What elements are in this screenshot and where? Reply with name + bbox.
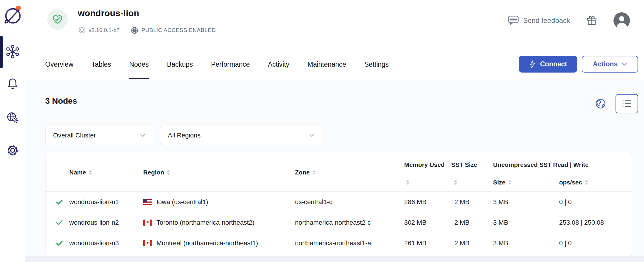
node-table-row: wondrous-lion-n3 Montreal (northamerica-…	[45, 233, 632, 253]
node-zone: northamerica-northeast2-c	[295, 219, 371, 226]
tab-tables[interactable]: Tables	[92, 61, 111, 70]
tab-maintenance[interactable]: Maintenance	[308, 61, 346, 70]
connect-label: Connect	[540, 60, 567, 68]
region-filter-value: All Regions	[168, 132, 200, 139]
nodes-count-title: 3 Nodes	[45, 96, 77, 106]
sort-arrows-icon	[89, 170, 92, 175]
sort-memory-used[interactable]	[406, 175, 409, 189]
list-icon	[622, 99, 632, 108]
sidebar-item-alerts[interactable]	[0, 77, 25, 90]
node-uncompressed-size: 3 MB	[493, 219, 508, 226]
node-memory-used: 261 MB	[404, 239, 426, 247]
node-name: wondrous-lion-n3	[69, 239, 119, 247]
column-group-uncompressed-sst: Uncompressed SST Read | Write	[493, 158, 589, 172]
chevron-down-icon	[622, 63, 627, 66]
cluster-version-label: v2.16.0.1-b7	[89, 27, 120, 33]
tab-backups[interactable]: Backups	[167, 61, 193, 70]
public-access-status: PUBLIC ACCESS ENABLED	[131, 27, 216, 34]
node-read-write-ops: 0 | 0	[559, 239, 571, 247]
healthy-check-icon	[56, 241, 63, 246]
page-header: wondrous-lion v2.16.0.1-b7 PUBLIC ACCESS…	[25, 0, 644, 80]
sort-arrows-icon	[406, 180, 409, 185]
column-header-sst-size[interactable]: SST Size	[451, 158, 477, 172]
cluster-filter-value: Overall Cluster	[53, 132, 96, 139]
cluster-meta: v2.16.0.1-b7 PUBLIC ACCESS ENABLED	[78, 26, 216, 34]
sort-sst-size[interactable]	[454, 175, 457, 189]
clusters-icon	[6, 45, 20, 59]
node-zone: us-central1-c	[295, 198, 332, 206]
ca-flag-icon	[143, 219, 152, 226]
actions-label: Actions	[593, 60, 618, 68]
region-filter-select[interactable]: All Regions	[160, 126, 322, 145]
node-name: wondrous-lion-n1	[69, 198, 119, 206]
tab-settings[interactable]: Settings	[364, 61, 389, 70]
sidebar-item-settings[interactable]	[0, 144, 25, 157]
column-header-ops-sec[interactable]: ops/sec	[559, 175, 588, 189]
nodes-table: Name Region Zone Memory Used SST Size Un…	[45, 153, 632, 256]
connect-button[interactable]: Connect	[519, 56, 577, 73]
node-name: wondrous-lion-n2	[69, 219, 119, 226]
globe-gear-icon	[6, 111, 19, 124]
app-logo[interactable]	[3, 3, 23, 28]
cluster-filter-select[interactable]: Overall Cluster	[45, 126, 153, 145]
column-header-zone[interactable]: Zone	[295, 153, 316, 192]
column-header-name[interactable]: Name	[69, 153, 92, 192]
gear-icon	[6, 144, 19, 157]
cluster-name: wondrous-lion	[78, 8, 139, 18]
node-memory-used: 302 MB	[404, 219, 426, 226]
node-memory-used: 286 MB	[404, 198, 426, 206]
column-header-memory-used[interactable]: Memory Used	[404, 158, 445, 172]
layers-icon	[78, 26, 85, 34]
nodes-table-body: wondrous-lion-n1 Iowa (us-central1) us-c…	[45, 192, 632, 253]
column-header-region[interactable]: Region	[143, 153, 170, 192]
node-region: Montreal (northamerica-northeast1)	[156, 239, 258, 247]
node-region: Toronto (northamerica-northeast2)	[156, 219, 254, 226]
nodes-section: 3 Nodes Overall Cluster All Regions Nam	[25, 80, 644, 262]
chat-bubble-icon	[508, 15, 519, 26]
map-view-button[interactable]	[591, 94, 610, 113]
active-indicator	[0, 36, 3, 68]
page-footer-strip	[25, 256, 644, 262]
healthy-check-icon	[56, 220, 63, 225]
sort-arrows-icon	[167, 170, 170, 175]
public-access-label: PUBLIC ACCESS ENABLED	[141, 27, 216, 33]
bell-icon	[6, 77, 19, 90]
sort-arrows-icon	[312, 170, 316, 175]
sidebar-item-clusters[interactable]	[0, 45, 25, 59]
node-region: Iowa (us-central1)	[156, 198, 208, 206]
tab-activity[interactable]: Activity	[268, 61, 289, 70]
cluster-version: v2.16.0.1-b7	[78, 26, 120, 34]
node-sst-size: 2 MB	[454, 198, 469, 206]
send-feedback-button[interactable]: Send feedback	[508, 15, 570, 26]
planet-logo-icon	[3, 4, 23, 26]
node-uncompressed-size: 3 MB	[493, 198, 508, 206]
lightning-icon	[529, 60, 536, 68]
send-feedback-label: Send feedback	[523, 16, 570, 25]
node-read-write-ops: 0 | 0	[559, 198, 571, 206]
node-read-write-ops: 253.08 | 250.08	[559, 219, 604, 226]
node-zone: northamerica-northeast1-a	[295, 239, 371, 247]
header-actions: Send feedback	[508, 12, 630, 29]
node-sst-size: 2 MB	[454, 239, 469, 247]
gift-button[interactable]	[586, 15, 597, 26]
tab-nodes[interactable]: Nodes	[129, 61, 149, 70]
cluster-health-badge	[47, 9, 68, 30]
user-avatar[interactable]	[613, 12, 630, 29]
column-header-size[interactable]: Size	[493, 175, 512, 189]
node-sst-size: 2 MB	[454, 219, 469, 226]
tab-performance[interactable]: Performance	[211, 61, 250, 70]
healthy-check-icon	[56, 199, 63, 205]
chevron-down-icon	[140, 134, 145, 137]
sort-arrows-icon	[454, 180, 457, 185]
actions-button[interactable]: Actions	[582, 56, 638, 73]
gift-icon	[586, 15, 597, 26]
tab-overview[interactable]: Overview	[45, 61, 73, 70]
sort-arrows-icon	[508, 180, 512, 185]
list-view-button[interactable]	[616, 94, 638, 113]
node-uncompressed-size: 3 MB	[493, 239, 508, 247]
globe-icon	[131, 27, 138, 34]
heart-check-icon	[52, 14, 63, 25]
sort-arrows-icon	[585, 180, 588, 185]
sidebar-item-network[interactable]	[0, 111, 25, 124]
chevron-down-icon	[309, 134, 314, 137]
